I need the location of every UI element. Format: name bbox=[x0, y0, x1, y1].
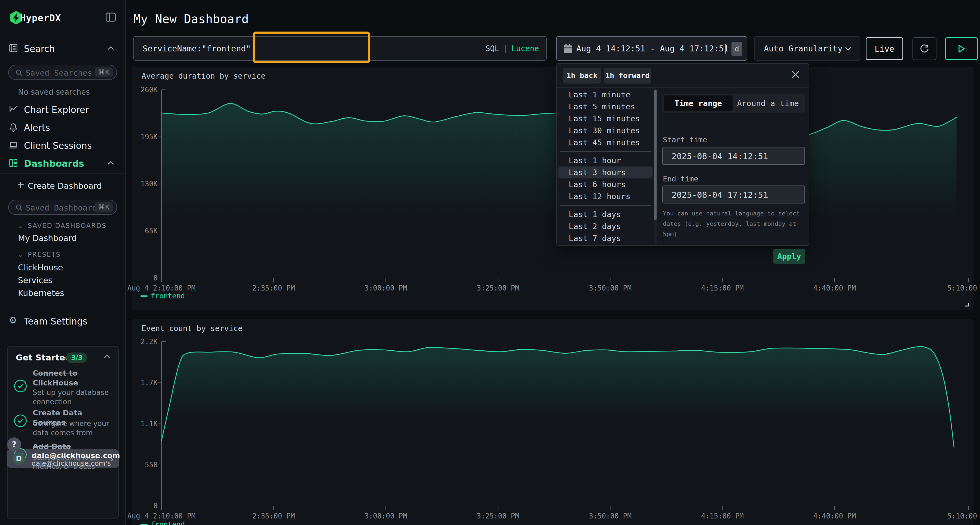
start-time-input[interactable]: 2025-08-04 14:12:51 bbox=[662, 147, 805, 165]
sidebar: HyperDX Search bbox=[0, 0, 126, 525]
saved-dashboards-input[interactable]: Saved Dashboards ⌘K bbox=[8, 200, 117, 215]
time-option-last-30-minutes[interactable]: Last 30 minutes bbox=[558, 125, 652, 136]
apply-button[interactable]: Apply bbox=[773, 249, 805, 264]
chart-panel-event-count: Event count by service frontend 2.2K1.7K… bbox=[132, 319, 974, 525]
sidebar-item-chart-explorer[interactable]: Chart Explorer bbox=[0, 101, 126, 118]
sidebar-item-my-dashboard[interactable]: My Dashboard bbox=[18, 233, 77, 243]
tab-time-range[interactable]: Time range bbox=[664, 95, 733, 111]
text-caret bbox=[725, 44, 726, 54]
time-range-value: Aug 4 14:12:51 - Aug 4 17:12:51 bbox=[576, 44, 729, 53]
time-option-last-2-days[interactable]: Last 2 days bbox=[558, 220, 652, 232]
resize-handle-icon[interactable] bbox=[964, 301, 969, 307]
timezone-badge[interactable]: d bbox=[732, 42, 742, 56]
chevron-down-icon bbox=[845, 46, 852, 51]
time-option-last-1-hour[interactable]: Last 1 hour bbox=[558, 154, 652, 167]
divider bbox=[560, 205, 651, 206]
x-tick-label: 3:25:00 PM bbox=[477, 284, 519, 292]
sidebar-item-search[interactable]: Search bbox=[0, 40, 126, 57]
sidebar-item-label: Alerts bbox=[24, 122, 50, 133]
end-time-value: 2025-08-04 17:12:51 bbox=[671, 190, 768, 200]
sidebar-item-services[interactable]: Services bbox=[18, 276, 52, 285]
help-button[interactable]: ? bbox=[7, 438, 21, 452]
start-time-value: 2025-08-04 14:12:51 bbox=[671, 151, 768, 161]
section-header[interactable]: ⌄PRESETS bbox=[18, 251, 61, 259]
time-option-last-6-hours[interactable]: Last 6 hours bbox=[558, 178, 652, 190]
one-hour-back-button[interactable]: 1h back bbox=[563, 68, 601, 84]
x-tick-label: 3:00:00 PM bbox=[364, 512, 407, 520]
get-started-title: Get Started bbox=[16, 352, 71, 362]
create-dashboard-button[interactable]: + Create Dashboard bbox=[0, 177, 126, 193]
time-range-input[interactable]: Aug 4 14:12:51 - Aug 4 17:12:51 d bbox=[556, 36, 747, 61]
client-sessions-icon bbox=[9, 140, 18, 150]
time-option-last-1-minute[interactable]: Last 1 minute bbox=[558, 89, 652, 101]
chart-plot[interactable] bbox=[132, 319, 974, 525]
avatar: D bbox=[13, 452, 25, 465]
granularity-select[interactable]: Auto Granularity bbox=[754, 36, 860, 61]
lucene-toggle[interactable]: Lucene bbox=[512, 44, 539, 53]
time-picker-tabs: Time range Around a time bbox=[662, 94, 805, 113]
sidebar-item-dashboards[interactable]: Dashboards bbox=[0, 154, 126, 172]
y-tick-label: 0 bbox=[133, 274, 158, 282]
x-tick-label: 4:15:00 PM bbox=[701, 284, 744, 292]
chevron-up-icon[interactable] bbox=[103, 354, 111, 359]
time-picker-popover: 1h back 1h forward Last 1 minuteLast 5 m… bbox=[556, 63, 809, 246]
x-tick-label: 5:10:00 PM bbox=[947, 284, 980, 292]
one-hour-forward-button[interactable]: 1h forward bbox=[604, 68, 651, 84]
sidebar-item-client-sessions[interactable]: Client Sessions bbox=[0, 136, 126, 154]
get-started-item-desc: Set up your database connection bbox=[33, 388, 115, 406]
y-tick-label: 130K bbox=[133, 180, 158, 188]
check-circle-icon bbox=[14, 414, 27, 427]
run-query-button[interactable] bbox=[945, 37, 978, 60]
main-content: My New Dashboard ServiceName:"frontend" … bbox=[126, 0, 980, 525]
dashboards-icon bbox=[9, 158, 18, 168]
live-button[interactable]: Live bbox=[865, 37, 903, 60]
sidebar-item-alerts[interactable]: Alerts bbox=[0, 119, 126, 136]
user-team: dale@clickhouse.com's bbox=[32, 460, 111, 467]
sidebar-item-kubernetes[interactable]: Kubernetes bbox=[18, 288, 64, 298]
page-title: My New Dashboard bbox=[134, 12, 249, 26]
time-option-last-45-minutes[interactable]: Last 45 minutes bbox=[558, 136, 652, 149]
get-started-progress-badge: 3/3 bbox=[66, 352, 88, 363]
get-started-item-desc: Configure where your data comes from bbox=[33, 419, 115, 438]
time-option-last-5-minutes[interactable]: Last 5 minutes bbox=[558, 101, 652, 113]
tab-around-a-time[interactable]: Around a time bbox=[733, 95, 803, 111]
chevron-up-icon bbox=[107, 46, 115, 51]
close-icon[interactable] bbox=[790, 69, 801, 80]
x-tick-label: 3:25:00 PM bbox=[477, 512, 519, 520]
time-option-last-1-days[interactable]: Last 1 days bbox=[558, 208, 652, 220]
sidebar-item-label: Chart Explorer bbox=[24, 105, 89, 115]
search-icon bbox=[15, 204, 23, 211]
scrollbar-thumb[interactable] bbox=[654, 90, 657, 220]
granularity-value: Auto Granularity bbox=[764, 44, 843, 53]
saved-searches-input[interactable]: Saved Searches ⌘K bbox=[8, 65, 117, 80]
end-time-input[interactable]: 2025-08-04 17:12:51 bbox=[662, 186, 805, 203]
get-started-card: Get Started 3/3 Connect to ClickHouseSet… bbox=[7, 346, 119, 519]
time-option-last-14-days[interactable]: Last 14 days bbox=[558, 244, 652, 245]
sidebar-collapse-icon[interactable] bbox=[105, 12, 116, 23]
chart-panel-avg-duration: Average duration by service frontend 260… bbox=[132, 67, 974, 310]
divider bbox=[0, 58, 125, 58]
x-tick-label: 2:35:00 PM bbox=[252, 512, 295, 520]
y-tick-label: 65K bbox=[133, 227, 158, 235]
user-menu[interactable]: D dale@clickhouse.com dale@clickhouse.co… bbox=[7, 449, 119, 468]
saved-searches-placeholder: Saved Searches bbox=[25, 68, 92, 78]
sql-toggle[interactable]: SQL bbox=[485, 44, 499, 53]
end-time-label: End time bbox=[663, 174, 698, 183]
sidebar-item-clickhouse[interactable]: ClickHouse bbox=[18, 263, 63, 272]
time-option-last-15-minutes[interactable]: Last 15 minutes bbox=[558, 113, 652, 125]
shortcut-badge: ⌘K bbox=[95, 67, 113, 77]
refresh-button[interactable] bbox=[913, 37, 937, 60]
absolute-time-panel: Time range Around a time Start time 2025… bbox=[662, 87, 805, 245]
alerts-icon bbox=[9, 122, 18, 132]
divider bbox=[0, 173, 125, 174]
sidebar-item-team-settings[interactable]: ⚙ Team Settings bbox=[0, 312, 126, 330]
chart-plot[interactable] bbox=[132, 67, 974, 310]
section-header[interactable]: ⌄SAVED DASHBOARDS bbox=[18, 222, 107, 230]
x-tick-label: 2:35:00 PM bbox=[252, 284, 295, 292]
natural-language-hint: You can use natural language to select d… bbox=[663, 208, 805, 240]
time-option-last-3-hours[interactable]: Last 3 hours bbox=[558, 167, 652, 178]
time-option-last-12-hours[interactable]: Last 12 hours bbox=[558, 190, 652, 202]
logo-row: HyperDX bbox=[0, 10, 126, 25]
time-option-last-7-days[interactable]: Last 7 days bbox=[558, 232, 652, 244]
y-tick-label: 1.7K bbox=[133, 379, 158, 387]
